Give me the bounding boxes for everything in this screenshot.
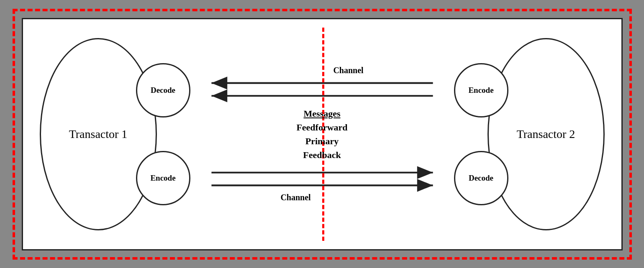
feedback-label: Feedback <box>296 148 347 162</box>
right-circles: Encode Decode <box>454 63 508 205</box>
outer-dashed-border: Transactor 1 Decode Encode <box>13 9 632 260</box>
left-circles: Decode Encode <box>136 63 190 205</box>
left-encode-label: Encode <box>150 174 175 183</box>
left-decode-label: Decode <box>151 86 175 95</box>
diagram-layout: Transactor 1 Decode Encode <box>40 28 605 241</box>
svg-marker-3 <box>211 89 227 102</box>
feedforward-label: Feedforward <box>296 120 347 134</box>
center-area: Channel Channel Messages Feedforward Pri… <box>190 28 454 241</box>
right-decode-label: Decode <box>469 174 493 183</box>
right-encode-label: Encode <box>468 86 493 95</box>
messages-label: Messages <box>296 107 347 120</box>
bottom-channel-label: Channel <box>280 193 310 202</box>
left-decode-circle: Decode <box>136 63 190 117</box>
transactor-2-label: Transactor 2 <box>517 128 575 141</box>
right-decode-circle: Decode <box>454 151 508 205</box>
left-encode-circle: Encode <box>136 151 190 205</box>
center-labels: Messages Feedforward Primary Feedback <box>296 107 347 162</box>
left-group: Transactor 1 Decode Encode <box>40 38 190 230</box>
right-group: Encode Decode Transactor 2 <box>454 38 605 230</box>
svg-marker-1 <box>211 77 227 89</box>
right-encode-circle: Encode <box>454 63 508 117</box>
primary-label: Primary <box>296 134 347 148</box>
top-channel-label: Channel <box>333 66 363 75</box>
inner-diagram-box: Transactor 1 Decode Encode <box>22 18 623 250</box>
transactor-1-label: Transactor 1 <box>69 128 128 141</box>
svg-marker-5 <box>417 166 433 179</box>
svg-marker-7 <box>417 179 433 192</box>
